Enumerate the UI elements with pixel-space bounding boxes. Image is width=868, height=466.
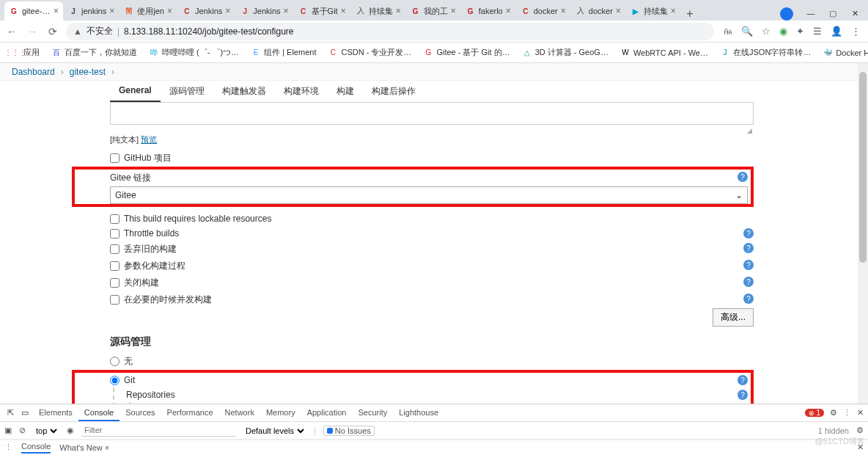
help-icon[interactable]: ?	[738, 390, 748, 400]
help-icon[interactable]: ?	[738, 172, 748, 182]
issues-badge[interactable]: No Issues	[323, 426, 375, 436]
devtools-tab[interactable]: Lighthouse	[393, 405, 444, 421]
scm-none-radio[interactable]	[110, 357, 119, 366]
help-icon[interactable]: ?	[738, 375, 748, 385]
browser-tab[interactable]: C基于Git×	[294, 1, 350, 21]
help-icon[interactable]: ?	[743, 294, 754, 304]
help-icon[interactable]: ?	[743, 243, 754, 253]
breadcrumb-job[interactable]: gitee-test	[70, 67, 106, 77]
bookmark-item[interactable]: △3D 计算器 - GeoG…	[518, 45, 613, 59]
bookmark-item[interactable]: E组件 | Element	[246, 45, 320, 59]
extension-icon[interactable]: ◉	[779, 26, 787, 37]
browser-tab[interactable]: ▶持续集×	[626, 1, 680, 21]
nav-reload[interactable]: ⟳	[45, 26, 60, 37]
description-textarea[interactable]	[110, 103, 754, 125]
devtools-settings-icon[interactable]: ⚙	[830, 408, 837, 418]
window-maximize[interactable]: ▢	[823, 6, 843, 21]
tab-close-icon[interactable]: ×	[54, 6, 59, 16]
browser-account-avatar[interactable]	[780, 7, 793, 21]
config-tab[interactable]: General	[110, 81, 161, 102]
lockable-checkbox[interactable]	[110, 214, 119, 224]
vertical-scrollbar[interactable]	[858, 63, 868, 404]
devtools-tab[interactable]: Performance	[161, 405, 219, 421]
config-tab[interactable]: 构建后操作	[363, 81, 424, 102]
console-sidebar-toggle-icon[interactable]: ▣	[4, 426, 12, 435]
tab-close-icon[interactable]: ×	[225, 6, 230, 16]
devtools-tab[interactable]: Console	[78, 405, 119, 421]
bookmark-item[interactable]: ⋮⋮⋮应用	[6, 45, 44, 59]
tab-close-icon[interactable]: ×	[506, 6, 511, 16]
clear-console-icon[interactable]: ⊘	[19, 426, 26, 435]
tab-close-icon[interactable]: ×	[451, 6, 456, 16]
reading-list-icon[interactable]: ☰	[813, 26, 822, 37]
drawer-menu-icon[interactable]: ⋮	[4, 443, 12, 452]
tab-close-icon[interactable]: ×	[671, 6, 676, 16]
browser-tab[interactable]: 入docker×	[571, 1, 625, 21]
live-expression-icon[interactable]: ◉	[67, 426, 74, 435]
console-filter-input[interactable]	[81, 424, 235, 437]
new-tab-button[interactable]: +	[681, 7, 699, 21]
help-icon[interactable]: ?	[743, 277, 754, 287]
disable-checkbox[interactable]	[110, 278, 119, 288]
concurrent-checkbox[interactable]	[110, 295, 119, 305]
help-icon[interactable]: ?	[743, 228, 754, 239]
browser-tab[interactable]: Cdocker×	[516, 1, 570, 21]
help-icon[interactable]: ?	[743, 260, 754, 270]
breadcrumb-dashboard[interactable]: Dashboard	[12, 67, 55, 77]
bookmark-item[interactable]: WWebRTC API - We…	[616, 45, 713, 59]
devtools-tab[interactable]: Network	[219, 405, 260, 421]
config-tab[interactable]: 构建触发器	[213, 81, 275, 102]
bookmark-item[interactable]: J在线JSON字符串转…	[716, 45, 815, 59]
devtools-tab[interactable]: Elements	[33, 405, 78, 421]
gitee-link-select[interactable]: Gitee⌄	[110, 186, 748, 204]
bookmark-star-icon[interactable]: ☆	[762, 26, 770, 37]
devtools-close-icon[interactable]: ✕	[857, 408, 864, 418]
browser-tab[interactable]: Jjenkins×	[64, 1, 119, 21]
tab-close-icon[interactable]: ×	[341, 6, 346, 16]
devtools-menu-icon[interactable]: ⋮	[843, 408, 851, 418]
tab-close-icon[interactable]: ×	[396, 6, 401, 16]
preview-link[interactable]: 预览	[141, 135, 157, 144]
window-close[interactable]: ✕	[845, 6, 865, 21]
scm-git-radio[interactable]	[110, 376, 119, 385]
drawer-console-tab[interactable]: Console	[21, 442, 51, 454]
devtools-tab[interactable]: Security	[352, 405, 393, 421]
bookmark-item[interactable]: 哔哔哩哔哩 (゜- ゜)つ…	[144, 45, 243, 59]
config-tab[interactable]: 构建环境	[275, 81, 328, 102]
browser-tab[interactable]: 入持续集×	[351, 1, 405, 21]
tab-close-icon[interactable]: ×	[167, 6, 172, 16]
browser-tab[interactable]: Ggitee-t…×	[4, 1, 63, 21]
browser-tab[interactable]: CJenkins×	[177, 1, 235, 21]
throttle-checkbox[interactable]	[110, 229, 119, 239]
config-tab[interactable]: 源码管理	[161, 81, 213, 102]
devtools-tab[interactable]: Application	[301, 405, 353, 421]
error-count-badge[interactable]: 1	[805, 409, 824, 417]
scrollbar-thumb[interactable]	[859, 72, 867, 263]
zoom-icon[interactable]: 🔍	[741, 26, 753, 37]
device-toggle-icon[interactable]: ▭	[18, 408, 32, 418]
translate-icon[interactable]: 🗛	[723, 26, 732, 37]
bookmark-item[interactable]: 百百度一下，你就知道	[47, 45, 141, 59]
advanced-button[interactable]: 高级...	[713, 308, 754, 327]
browser-tab[interactable]: G我的工×	[406, 1, 460, 21]
discard-checkbox[interactable]	[110, 244, 119, 254]
browser-tab[interactable]: JJenkins×	[235, 1, 293, 21]
console-settings-icon[interactable]: ⚙	[856, 426, 864, 435]
bookmark-item[interactable]: CCSDN - 专业开发…	[323, 45, 416, 59]
tab-close-icon[interactable]: ×	[284, 6, 289, 16]
devtools-tab[interactable]: Sources	[119, 405, 161, 421]
execution-context-select[interactable]: top	[33, 426, 59, 436]
window-minimize[interactable]: —	[801, 6, 821, 21]
param-checkbox[interactable]	[110, 261, 119, 271]
nav-back[interactable]: ←	[4, 26, 19, 37]
tab-close-icon[interactable]: ×	[109, 6, 114, 16]
config-tab[interactable]: 构建	[328, 81, 363, 102]
resize-grip-icon[interactable]: ◢	[110, 127, 754, 133]
bookmark-item[interactable]: 🐳Docker Hub	[818, 45, 868, 59]
browser-tab[interactable]: Gfakerlo×	[461, 1, 515, 21]
browser-tab[interactable]: 简使用jen×	[119, 1, 177, 21]
drawer-whatsnew-tab[interactable]: What's New ×	[59, 443, 109, 452]
chrome-menu-icon[interactable]: ⋮	[851, 26, 861, 37]
tab-close-icon[interactable]: ×	[616, 6, 621, 16]
address-field[interactable]: ▲ 不安全 | 8.133.188.11:10240/job/gitee-tes…	[66, 23, 714, 40]
